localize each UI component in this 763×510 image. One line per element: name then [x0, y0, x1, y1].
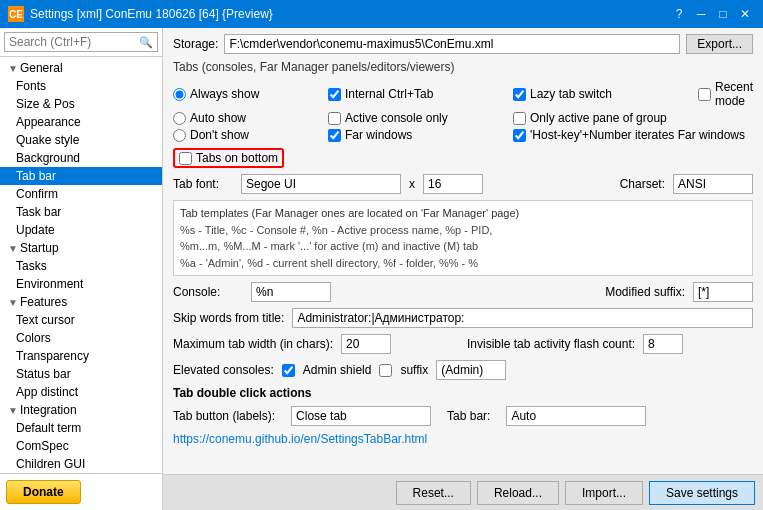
- sidebar-item-appearance[interactable]: Appearance: [0, 113, 162, 131]
- sidebar-item-environment[interactable]: Environment: [0, 275, 162, 293]
- sidebar-item-app-distinct[interactable]: App distinct: [0, 383, 162, 401]
- sidebar-item-taskbar[interactable]: Task bar: [0, 203, 162, 221]
- internal-ctrl-tab-checkbox[interactable]: [328, 88, 341, 101]
- font-size-x-label: x: [409, 177, 415, 191]
- sidebar-item-colors[interactable]: Colors: [0, 329, 162, 347]
- sidebar-item-label: Tab bar: [16, 169, 56, 183]
- sidebar-item-size-pos[interactable]: Size & Pos: [0, 95, 162, 113]
- tabs-section-label: Tabs (consoles, Far Manager panels/edito…: [173, 60, 753, 74]
- sidebar-item-default-term[interactable]: Default term: [0, 419, 162, 437]
- link-row: https://conemu.github.io/en/SettingsTabB…: [173, 432, 753, 446]
- dont-show-radio[interactable]: [173, 129, 186, 142]
- admin-shield-checkbox[interactable]: [282, 364, 295, 377]
- console-row: Console: Modified suffix:: [173, 282, 753, 302]
- sidebar-item-transparency[interactable]: Transparency: [0, 347, 162, 365]
- active-console-checkbox[interactable]: [328, 112, 341, 125]
- sidebar-item-fonts[interactable]: Fonts: [0, 77, 162, 95]
- title-bar: CE Settings [xml] ConEmu 180626 [64] {Pr…: [0, 0, 763, 28]
- minimize-button[interactable]: ─: [691, 5, 711, 23]
- auto-show-label[interactable]: Auto show: [190, 111, 246, 125]
- only-active-pane-checkbox[interactable]: [513, 112, 526, 125]
- sidebar-item-integration[interactable]: ▼ Integration: [0, 401, 162, 419]
- admin-input[interactable]: [436, 360, 506, 380]
- admin-shield-label[interactable]: Admin shield: [303, 363, 372, 377]
- console-input[interactable]: [251, 282, 331, 302]
- recent-mode-label[interactable]: Recent mode: [715, 80, 753, 108]
- sidebar-item-label: Environment: [16, 277, 83, 291]
- recent-mode-checkbox[interactable]: [698, 88, 711, 101]
- sidebar-item-children-gui[interactable]: Children GUI: [0, 455, 162, 473]
- skip-words-input[interactable]: [292, 308, 753, 328]
- invisible-flash-input[interactable]: [643, 334, 683, 354]
- console-label: Console:: [173, 285, 243, 299]
- sidebar-item-update[interactable]: Update: [0, 221, 162, 239]
- elevated-label: Elevated consoles:: [173, 363, 274, 377]
- sidebar-item-label: Task bar: [16, 205, 61, 219]
- template-header: Tab templates (Far Manager ones are loca…: [180, 205, 746, 222]
- sidebar-item-tabbar[interactable]: Tab bar: [0, 167, 162, 185]
- far-windows-label[interactable]: Far windows: [345, 128, 412, 142]
- font-row: Tab font: Segoe UI x 16 Charset: ANSI: [173, 174, 753, 194]
- double-click-section-label: Tab double click actions: [173, 386, 753, 400]
- far-windows-checkbox[interactable]: [328, 129, 341, 142]
- sidebar-item-label: Colors: [16, 331, 51, 345]
- host-key-checkbox[interactable]: [513, 129, 526, 142]
- always-show-radio[interactable]: [173, 88, 186, 101]
- font-select[interactable]: Segoe UI: [241, 174, 401, 194]
- only-active-pane-label[interactable]: Only active pane of group: [530, 111, 667, 125]
- reset-button[interactable]: Reset...: [396, 481, 471, 505]
- lazy-tab-switch-label[interactable]: Lazy tab switch: [530, 87, 612, 101]
- search-box: 🔍: [0, 28, 162, 57]
- tabs-bottom-row: Tabs on bottom: [173, 148, 753, 168]
- always-show-label[interactable]: Always show: [190, 87, 259, 101]
- font-size-select[interactable]: 16: [423, 174, 483, 194]
- reload-button[interactable]: Reload...: [477, 481, 559, 505]
- suffix-checkbox[interactable]: [379, 364, 392, 377]
- close-button[interactable]: ✕: [735, 5, 755, 23]
- internal-ctrl-tab-label[interactable]: Internal Ctrl+Tab: [345, 87, 433, 101]
- donate-button[interactable]: Donate: [6, 480, 81, 504]
- sidebar-item-quake[interactable]: Quake style: [0, 131, 162, 149]
- sidebar-item-label: ComSpec: [16, 439, 69, 453]
- sidebar-item-startup[interactable]: ▼ Startup: [0, 239, 162, 257]
- sidebar-item-tasks[interactable]: Tasks: [0, 257, 162, 275]
- sidebar-item-features[interactable]: ▼ Features: [0, 293, 162, 311]
- tab-bar-select[interactable]: Auto: [506, 406, 646, 426]
- host-key-row: 'Host-key'+Number iterates Far windows: [513, 128, 753, 142]
- sidebar: 🔍 ▼ General Fonts Size & Pos Appearance …: [0, 28, 163, 510]
- settings-link[interactable]: https://conemu.github.io/en/SettingsTabB…: [173, 432, 427, 446]
- sidebar-item-status-bar[interactable]: Status bar: [0, 365, 162, 383]
- search-input[interactable]: [9, 35, 139, 49]
- sidebar-item-confirm[interactable]: Confirm: [0, 185, 162, 203]
- max-tab-row: Maximum tab width (in chars): Invisible …: [173, 334, 753, 354]
- host-key-label[interactable]: 'Host-key'+Number iterates Far windows: [530, 128, 745, 142]
- skip-words-row: Skip words from title:: [173, 308, 753, 328]
- lazy-tab-switch-checkbox[interactable]: [513, 88, 526, 101]
- sidebar-item-label: Quake style: [16, 133, 79, 147]
- auto-show-radio[interactable]: [173, 112, 186, 125]
- dont-show-label[interactable]: Don't show: [190, 128, 249, 142]
- tab-button-select[interactable]: Close tab: [291, 406, 431, 426]
- export-button[interactable]: Export...: [686, 34, 753, 54]
- suffix-label[interactable]: suffix: [400, 363, 428, 377]
- sidebar-item-label: Status bar: [16, 367, 71, 381]
- active-console-label[interactable]: Active console only: [345, 111, 448, 125]
- sidebar-item-comspec[interactable]: ComSpec: [0, 437, 162, 455]
- maximize-button[interactable]: □: [713, 5, 733, 23]
- sidebar-item-text-cursor[interactable]: Text cursor: [0, 311, 162, 329]
- storage-path-input[interactable]: [224, 34, 680, 54]
- sidebar-item-background[interactable]: Background: [0, 149, 162, 167]
- invisible-flash-label: Invisible tab activity flash count:: [467, 337, 635, 351]
- import-button[interactable]: Import...: [565, 481, 643, 505]
- max-tab-width-input[interactable]: [341, 334, 391, 354]
- save-settings-button[interactable]: Save settings: [649, 481, 755, 505]
- help-button[interactable]: ?: [669, 5, 689, 23]
- tabs-bottom-checkbox[interactable]: [179, 152, 192, 165]
- search-icon: 🔍: [139, 36, 153, 49]
- sidebar-item-label: Children GUI: [16, 457, 85, 471]
- sidebar-item-general[interactable]: ▼ General: [0, 59, 162, 77]
- charset-select[interactable]: ANSI: [673, 174, 753, 194]
- tabs-bottom-label[interactable]: Tabs on bottom: [196, 151, 278, 165]
- modified-suffix-input[interactable]: [693, 282, 753, 302]
- sidebar-item-label: Size & Pos: [16, 97, 75, 111]
